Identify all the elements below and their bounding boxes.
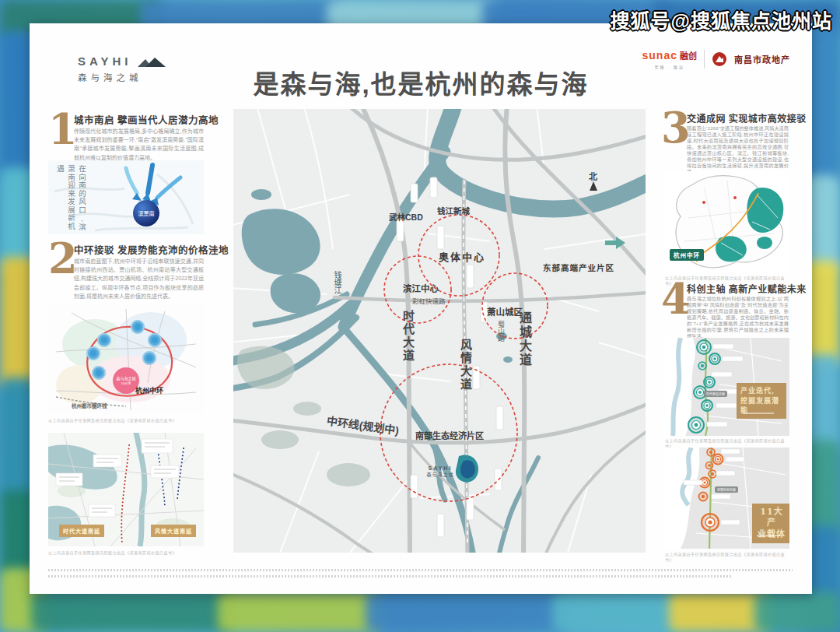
figure-road-extension-map: 时代大道南延 风情大道南延 (48, 433, 204, 546)
figure-wind-opportunity: 在向南的风口,滨萧南迎来发展新机遇 滨萧南 (48, 160, 204, 234)
site-marker: SAYHI 森与海之城 (420, 465, 460, 478)
map-label-caihong-expressway: 彩虹快速路 (412, 296, 446, 305)
zhonghuan-label: 杭州中环 (135, 385, 163, 395)
section-4-heading: 科创主轴 高新产业赋能未来 (687, 282, 807, 295)
page-title: 是森与海,也是杭州的森与海 (30, 64, 812, 101)
partner-name: 南昌市政地产 (734, 53, 790, 65)
map-label-qiantang-river: 钱塘江 (331, 271, 343, 294)
figure-industry-iteration-map: 时代智造走廊 产业迭代, 挖掘发展潜能 (665, 338, 789, 436)
logo-divider (704, 50, 705, 68)
central-map-graphic (233, 109, 646, 553)
industry-carriers-box: 11大产 业载体 (752, 504, 789, 543)
corridor-pill: 时代智造走廊 (704, 391, 727, 397)
poster-sheet: SAYHI 森与海之城 是森与海,也是杭州的森与海 sunac融创 至臻 · 致… (30, 23, 812, 594)
figure-source-caption: 以上内容源自于住浙网及研究院联合出品《滨萧南区域价值白皮书》 (665, 551, 789, 562)
ring-node (97, 333, 111, 347)
ring-node (92, 366, 106, 380)
map-label-compass-north: 北 (589, 170, 597, 182)
partner-emblem-icon (712, 51, 727, 67)
figure-source-caption: 以上内容源自于住浙网及研究院联合出品《滨萧南区域价值白皮书》 (48, 549, 204, 555)
section-2-heading: 中环接驳 发展势能充沛的价格洼地 (74, 242, 229, 257)
map-label-shushan-road: 蜀山路 (496, 321, 506, 342)
map-label-qianjiang-new-town: 钱江新城 (437, 205, 470, 216)
figure-industry-carriers-map: 风情科创走廊 11大产 业载体 (665, 448, 789, 549)
section-3-number: 3 (661, 109, 691, 147)
figure-traffic-network-map: 杭州中环 (665, 171, 789, 272)
figure-zhonghuan-ring-map: 森与海之城 1000米 杭州中环 杭州都市圈环线 (48, 305, 204, 414)
metro-ring-label: 杭州都市圈环线 (72, 402, 107, 409)
ring-node (142, 351, 156, 365)
figure-source-caption: 以上内容源自于住浙网及研究院联合出品《滨萧南区域价值白皮书》 (48, 417, 204, 423)
map-label-wulin-cbd: 武林CBD (389, 211, 423, 223)
section-2-number: 2 (48, 240, 78, 278)
figure-vertical-note: 在向南的风口,滨萧南迎来发展新机遇 (54, 165, 87, 232)
map-label-tongcheng-avenue: 通城大道 (515, 311, 534, 367)
section-4-body: 森与海之城位处杭州科创谷整体规划之上,以“两廊两带”中“风情科创走廊”及“时代智… (687, 296, 789, 339)
poster-canvas: 搜狐号@搜狐焦点池州站 SAYHI 森与海之城 是森与海,也是杭州的森与海 su… (0, 0, 840, 632)
shidai-extension-label: 时代大道南延 (59, 525, 104, 537)
map-label-east-industry-zone: 东部高端产业片区 (543, 262, 614, 273)
section-3-heading: 交通成网 实现城市高效接驳 (687, 111, 807, 125)
binxiaonan-sphere: 滨萧南 (133, 200, 159, 226)
map-label-fengqing-avenue: 风情大道 (457, 339, 474, 391)
figure-source-caption: 以上内容源自于住浙网及研究院联合出品《滨萧南区域价值白皮书》 (665, 437, 789, 448)
partner-logos: sunac融创 至臻 · 致远 南昌市政地产 (642, 48, 790, 69)
section-2-body: 城市南启蓝图下,杭州中环将于沿线串联快速交通,并同时链接杭州西站、萧山机场、杭州… (74, 257, 204, 300)
ring-node (86, 346, 100, 360)
sunac-logo: sunac融创 至臻 · 致远 (642, 48, 697, 69)
section-1-heading: 城市南启 擘画当代人居潜力高地 (74, 112, 219, 127)
map-label-south-eco-zone: 南部生态经济片区 (415, 429, 484, 441)
section-1-number: 1 (48, 111, 78, 149)
sunac-tagline: 至臻 · 致远 (642, 64, 697, 69)
sunac-logo-text: sunac (642, 49, 677, 61)
zhonghuan-callout: 杭州中环 (670, 249, 704, 261)
central-city-map: 武林CBD 钱江新城 奥体中心 滨江中心 萧山城区 彩虹快速路 南部生态经济片区… (233, 109, 646, 553)
corridor-pill: 风情科创走廊 (715, 486, 738, 493)
ring-node (148, 333, 162, 347)
fengqing-extension-label: 风情大道南延 (151, 525, 196, 537)
map-label-shidai-avenue: 时代大道 (400, 310, 416, 363)
ring-node (131, 320, 145, 334)
ring-map-graphic (48, 305, 204, 414)
map-label-binjiang-center: 滨江中心 (403, 282, 439, 294)
section-1-body: 伴随现代化城市的发展格局,多中心格局确立,作为城市未来发展规划的重要一环,“南启… (74, 127, 204, 162)
map-label-aoti-center: 奥体中心 (439, 249, 485, 264)
legal-disclaimer-line (48, 569, 793, 571)
legal-disclaimer-line (48, 575, 733, 578)
watermark: 搜狐号@搜狐焦点池州站 (611, 5, 832, 33)
section-4-number: 4 (661, 280, 691, 318)
section-3-body: 随着萧山“2266”交通工程的整体推进,风情大道南延工程现已进入施工阶段,杭州中… (687, 125, 789, 176)
